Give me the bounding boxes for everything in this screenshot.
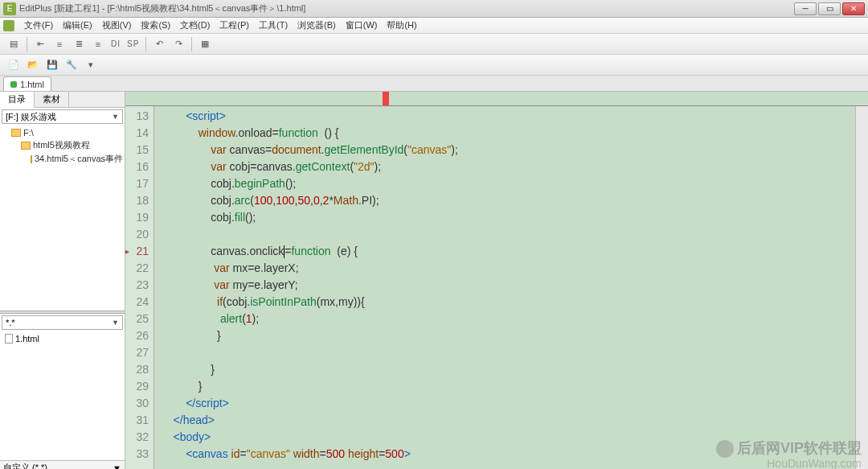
tree-node[interactable]: F:\ [2,127,123,138]
sp-label[interactable]: SP [125,39,141,48]
drive-label: [F:] 娱乐游戏 [6,111,56,123]
run-button[interactable]: ▦ [196,36,214,52]
menu-search[interactable]: 搜索(S) [136,18,175,33]
menu-window[interactable]: 窗口(W) [341,18,383,33]
folder-tree[interactable]: F:\ html5视频教程 34.html5＜canvas事件＞ [0,125,125,311]
sidebar: 目录 素材 [F:] 娱乐游戏 ▼ F:\ html5视频教程 34.html5… [0,92,125,469]
chevron-down-icon: ▼ [112,319,119,327]
dropdown-icon[interactable]: ▾ [82,57,100,73]
code-text[interactable]: <script> window.onload=function () { var… [154,106,855,469]
menu-tools[interactable]: 工具(T) [254,18,293,33]
sidebar-tab-assets[interactable]: 素材 [35,92,69,107]
folder-icon [21,142,31,150]
window-controls: ─ ▭ ✕ [794,2,865,15]
chevron-down-icon: ▼ [113,463,121,470]
minimize-button[interactable]: ─ [794,2,817,15]
file-list[interactable]: 1.html [0,331,125,460]
indent-button[interactable]: ≡ [51,36,68,52]
menubar: 文件(F) 编辑(E) 视图(V) 搜索(S) 文档(D) 工程(P) 工具(T… [0,18,868,34]
tab-status-icon [10,81,17,88]
main-area: 目录 素材 [F:] 娱乐游戏 ▼ F:\ html5视频教程 34.html5… [0,92,868,469]
save-button[interactable]: 💾 [43,57,61,73]
menu-file[interactable]: 文件(F) [19,18,58,33]
folder-icon [31,155,32,163]
tab-label: 1.html [20,80,44,89]
chevron-down-icon: ▼ [112,113,119,121]
file-item[interactable]: 1.html [2,333,123,344]
toolbar-format: ▤ ⇤ ≡ ≣ ≡ DI SP ↶ ↷ ▦ [0,34,868,55]
filter-label: *.* [6,318,15,327]
menu-document[interactable]: 文档(D) [175,18,215,33]
drive-dropdown[interactable]: [F:] 娱乐游戏 ▼ [2,109,123,124]
tool-button[interactable]: 🔧 [63,57,80,73]
code-area[interactable]: 1314151617181920212223242526272829303132… [125,106,868,469]
window-titlebar: E EditPlus [新建工程1] - [F:\html5视频教程\34.ht… [0,0,868,18]
maximize-button[interactable]: ▭ [818,2,841,15]
file-icon [5,334,13,344]
toolbar-file: 📄 📂 💾 🔧 ▾ [0,55,868,76]
align-left-button[interactable]: ≣ [70,36,88,52]
custom-filter-dropdown[interactable]: 自定义 (*.*) ▼ [0,460,125,469]
app-icon: E [3,2,16,15]
menu-browser[interactable]: 浏览器(B) [293,18,341,33]
splitter-handle[interactable] [0,311,125,314]
menu-project[interactable]: 工程(P) [215,18,254,33]
open-file-button[interactable]: 📂 [24,57,42,73]
align-button[interactable]: ≡ [89,36,107,52]
editor: ----+----1----+----2----+----3----+----4… [125,92,868,469]
toggle-panel-button[interactable]: ▤ [5,36,23,52]
redo-button[interactable]: ↷ [170,36,187,52]
menu-help[interactable]: 帮助(H) [382,18,421,33]
folder-icon [11,129,21,137]
new-file-button[interactable]: 📄 [5,57,23,73]
document-tab-1[interactable]: 1.html [3,76,51,91]
vertical-scrollbar[interactable] [855,106,868,469]
di-label[interactable]: DI [108,39,123,48]
close-button[interactable]: ✕ [842,2,865,15]
menu-view[interactable]: 视图(V) [97,18,137,33]
column-ruler: ----+----1----+----2----+----3----+----4… [125,92,868,106]
sidebar-tabs: 目录 素材 [0,92,125,108]
filter-dropdown[interactable]: *.* ▼ [2,315,123,330]
tree-node[interactable]: 34.html5＜canvas事件＞ [2,152,123,166]
document-tabs: 1.html [0,76,868,92]
ruler-cursor-marker [383,92,389,106]
outdent-button[interactable]: ⇤ [31,36,49,52]
menu-edit[interactable]: 编辑(E) [58,18,97,33]
menubar-app-icon [3,20,14,31]
sidebar-tab-directory[interactable]: 目录 [0,92,35,108]
undo-button[interactable]: ↶ [150,36,168,52]
tree-node[interactable]: html5视频教程 [2,138,123,152]
line-number-gutter: 1314151617181920212223242526272829303132… [125,106,154,469]
window-title: EditPlus [新建工程1] - [F:\html5视频教程\34.html… [19,2,794,14]
